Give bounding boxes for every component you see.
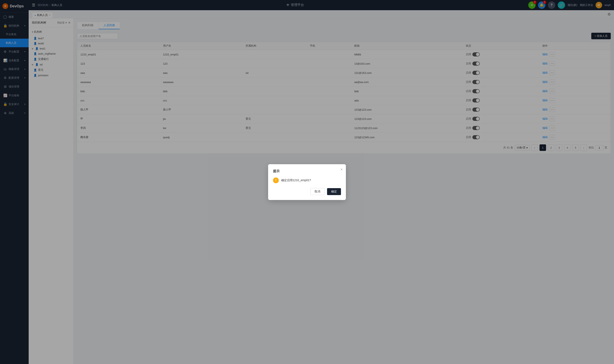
dialog-icon-text: !	[275, 179, 276, 182]
cancel-button[interactable]: 取消	[310, 188, 325, 195]
dialog-message: 确定启用1210_emp01?	[281, 179, 311, 182]
dialog-footer: 取消 确定	[273, 188, 341, 195]
confirm-button[interactable]: 确定	[327, 188, 341, 195]
confirm-dialog: 提示 × ! 确定启用1210_emp01? 取消 确定	[268, 164, 346, 200]
dialog-close-button[interactable]: ×	[340, 168, 343, 172]
dialog-warning-icon: !	[273, 178, 279, 183]
dialog-overlay[interactable]: 提示 × ! 确定启用1210_emp01? 取消 确定	[0, 0, 614, 364]
dialog-body: ! 确定启用1210_emp01?	[273, 178, 341, 183]
dialog-title: 提示	[273, 169, 341, 173]
